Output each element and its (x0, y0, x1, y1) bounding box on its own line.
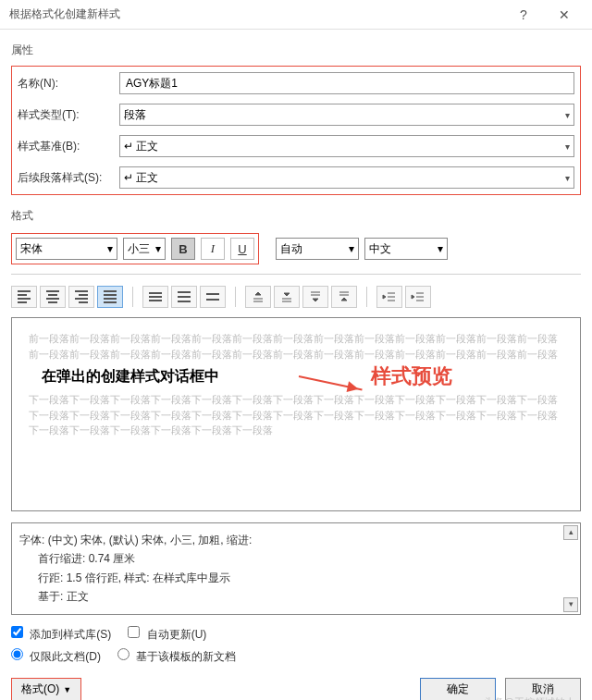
style-description: 字体: (中文) 宋体, (默认) 宋体, 小三, 加粗, 缩进: 首行缩进: … (11, 522, 581, 615)
underline-button[interactable]: U (230, 238, 254, 260)
line-spacing-15-button[interactable] (171, 286, 197, 308)
align-justify-button[interactable] (97, 286, 123, 308)
chevron-down-icon: ▾ (155, 242, 161, 255)
font-color-combo[interactable]: 自动▾ (276, 238, 359, 260)
chevron-down-icon: ▾ (438, 242, 443, 255)
name-input[interactable] (119, 72, 574, 94)
space-before-dec-button[interactable] (274, 286, 300, 308)
style-preview: 前一段落前一段落前一段落前一段落前一段落前一段落前一段落前一段落前一段落前一段落… (11, 317, 581, 511)
chevron-down-icon: ▾ (565, 141, 570, 152)
style-type-value: 段落 (124, 107, 146, 123)
desc-line: 基于: 正文 (19, 587, 556, 606)
template-based-radio[interactable]: 基于该模板的新文档 (117, 648, 236, 665)
language-combo[interactable]: 中文▾ (364, 238, 448, 260)
space-after-inc-button[interactable] (302, 286, 328, 308)
style-type-label: 样式类型(T): (18, 107, 112, 123)
indent-increase-button[interactable] (405, 286, 431, 308)
chevron-down-icon: ▾ (349, 242, 354, 255)
style-type-select[interactable]: 段落 ▾ (119, 104, 574, 126)
preview-before-text: 前一段落前一段落前一段落前一段落前一段落前一段落前一段落前一段落前一段落前一段落… (29, 331, 563, 362)
name-label: 名称(N): (18, 76, 112, 92)
properties-label: 属性 (11, 43, 581, 58)
align-right-button[interactable] (68, 286, 94, 308)
format-menu-label: 格式(O) (21, 682, 59, 697)
annotation-arrow: 样式预览 (299, 362, 452, 390)
indent-decrease-button[interactable] (376, 286, 402, 308)
font-size-combo[interactable]: 小三▾ (123, 238, 166, 260)
paragraph-toolbar (11, 284, 581, 310)
add-to-gallery-label: 添加到样式库(S) (30, 628, 111, 641)
help-button[interactable]: ? (503, 1, 544, 29)
watermark: 头条@工控领域钓人 (484, 695, 575, 700)
add-to-gallery-checkbox[interactable]: 添加到样式库(S) (11, 626, 111, 643)
format-menu-button[interactable]: 格式(O)▼ (11, 678, 81, 700)
scroll-up-button[interactable]: ▴ (563, 525, 578, 540)
style-based-label: 样式基准(B): (18, 139, 112, 154)
language-value: 中文 (369, 241, 391, 257)
desc-line: 首行缩进: 0.74 厘米 (19, 549, 556, 568)
line-spacing-2-button[interactable] (200, 286, 226, 308)
align-left-button[interactable] (11, 286, 37, 308)
style-based-value: ↵ 正文 (124, 139, 158, 154)
preview-after-text: 下一段落下一段落下一段落下一段落下一段落下一段落下一段落下一段落下一段落下一段落… (29, 392, 563, 438)
format-label: 格式 (11, 208, 581, 224)
font-name-value: 宋体 (20, 241, 43, 257)
chevron-down-icon: ▾ (565, 173, 570, 183)
desc-line: 行距: 1.5 倍行距, 样式: 在样式库中显示 (19, 569, 556, 587)
line-spacing-1-button[interactable] (142, 286, 168, 308)
next-style-value: ↵ 正文 (124, 170, 158, 186)
only-document-label: 仅限此文档(D) (30, 650, 101, 663)
space-after-dec-button[interactable] (331, 286, 357, 308)
font-name-combo[interactable]: 宋体▾ (16, 238, 117, 260)
template-based-label: 基于该模板的新文档 (136, 650, 236, 663)
align-center-button[interactable] (40, 286, 66, 308)
only-document-radio[interactable]: 仅限此文档(D) (11, 648, 101, 665)
italic-button[interactable]: I (201, 238, 225, 260)
space-before-inc-button[interactable] (245, 286, 271, 308)
auto-update-label: 自动更新(U) (147, 628, 207, 641)
properties-group: 名称(N): 样式类型(T): 段落 ▾ 样式基准(B): ↵ 正文 ▾ 后续段… (11, 66, 581, 195)
scroll-down-button[interactable]: ▾ (563, 597, 578, 612)
auto-update-checkbox[interactable]: 自动更新(U) (128, 626, 206, 643)
close-button[interactable]: ✕ (544, 1, 585, 29)
font-size-value: 小三 (128, 241, 150, 257)
next-style-select[interactable]: ↵ 正文 ▾ (119, 166, 574, 189)
next-style-label: 后续段落样式(S): (18, 170, 112, 186)
chevron-down-icon: ▼ (63, 685, 71, 694)
dialog-title: 根据格式化创建新样式 (9, 6, 503, 22)
chevron-down-icon: ▾ (107, 242, 113, 255)
chevron-down-icon: ▾ (565, 110, 570, 120)
desc-line: 字体: (中文) 宋体, (默认) 宋体, 小三, 加粗, 缩进: (19, 531, 556, 549)
font-color-value: 自动 (280, 241, 302, 257)
bold-button[interactable]: B (171, 238, 195, 260)
annotation-text: 样式预览 (371, 362, 452, 390)
style-based-select[interactable]: ↵ 正文 ▾ (119, 135, 574, 157)
